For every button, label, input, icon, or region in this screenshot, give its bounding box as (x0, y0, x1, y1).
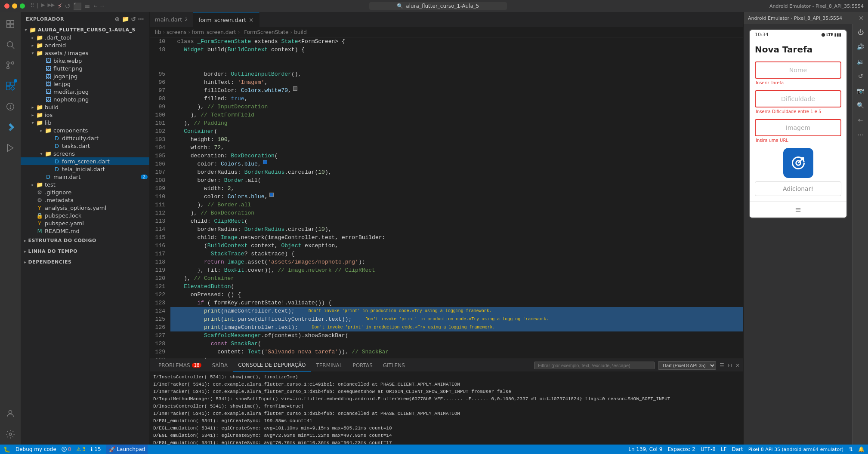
emulator-tool-zoom[interactable]: 🔍 (854, 99, 867, 112)
close-button[interactable] (4, 3, 9, 9)
tree-item-build[interactable]: ▸ 📁 build (21, 103, 149, 111)
tree-item-nophoto[interactable]: 🖼 nophoto.png (21, 95, 149, 103)
maximize-button[interactable] (20, 3, 25, 9)
tree-item-lib[interactable]: ▾ 📁 lib (21, 119, 149, 126)
tree-root-folder[interactable]: ▾ 📁 ALURA_FLUTTER_CURSO_1-AULA_5 (21, 26, 149, 34)
tree-item-ler[interactable]: 🖼 ler.jpg (21, 80, 149, 88)
activity-search[interactable] (0, 34, 21, 55)
timeline-section[interactable]: ▸ LINHA DO TEMPO (21, 246, 149, 257)
tree-item-jogar[interactable]: 🖼 jogar.jpg (21, 72, 149, 80)
back-button[interactable]: ← (93, 3, 97, 9)
status-info[interactable]: ℹ 15 (91, 446, 101, 452)
emulator-tool-volume-down[interactable]: 🔉 (854, 55, 867, 68)
breadcrumb-build[interactable]: build (294, 29, 307, 35)
activity-source-control[interactable] (0, 55, 21, 76)
tree-item-tasks[interactable]: D tasks.dart (21, 142, 149, 150)
tree-item-android[interactable]: ▸ 📁 android (21, 41, 149, 49)
tree-item-flutter[interactable]: 🖼 flutter.png (21, 64, 149, 72)
status-debug-label[interactable]: Debug my code (15, 446, 56, 452)
terminal-tab-gitlens[interactable]: GITLENS (378, 359, 410, 372)
emulator-tool-more[interactable]: ⋯ (854, 128, 867, 141)
phone-battery-icon: ▮▮▮ (834, 32, 841, 37)
activity-extensions[interactable] (0, 76, 21, 96)
status-line-ending[interactable]: LF (721, 446, 727, 452)
phone-add-button[interactable]: Adicionar! (755, 181, 841, 196)
breadcrumb-form-screen[interactable]: form_screen.dart (192, 29, 236, 35)
activity-run[interactable] (0, 138, 21, 158)
tree-item-analysis[interactable]: Y analysis_options.yaml (21, 204, 149, 212)
activity-debug[interactable] (0, 96, 21, 117)
tree-item-test[interactable]: ▸ 📁 test (21, 181, 149, 188)
emulator-close-button[interactable]: ✕ (859, 15, 864, 21)
tree-item-gitignore[interactable]: ⚙ .gitignore (21, 188, 149, 196)
status-encoding[interactable]: UTF-8 (701, 446, 716, 452)
tree-item-main-dart[interactable]: D main.dart 2 (21, 173, 149, 181)
status-device[interactable]: Pixel 8 API 35 (android-arm64 emulator) (748, 447, 843, 452)
tree-item-meditar[interactable]: 🖼 meditar.jpeg (21, 88, 149, 95)
phone-imagem-field[interactable]: Imagem (755, 119, 841, 136)
activity-accounts[interactable] (0, 403, 21, 424)
minimize-button[interactable] (12, 3, 17, 9)
terminal-list-view-icon[interactable]: ☰ (720, 362, 724, 368)
status-launchpad[interactable]: 🚀 Launchpad (106, 445, 148, 454)
tree-item-ios[interactable]: ▸ 📁 ios (21, 111, 149, 119)
terminal-filter-input[interactable] (534, 362, 655, 369)
status-line[interactable]: Ln 139, Col 9 (628, 446, 662, 452)
emulator-tool-screenshot[interactable]: 📷 (854, 84, 867, 97)
terminal-tab-console[interactable]: CONSOLE DE DEPURAÇÃO (233, 359, 311, 372)
terminal-tab-saida[interactable]: SAÍDA (207, 359, 233, 372)
emulator-tool-rotate[interactable]: ↺ (854, 70, 867, 83)
emulator-tool-back[interactable]: ← (854, 114, 867, 126)
code-area[interactable]: class _FormScreenState extends State<For… (170, 37, 743, 359)
terminal-tab-portas[interactable]: PORTAS (347, 359, 377, 372)
window-controls[interactable] (4, 3, 25, 9)
new-file-icon[interactable]: ⊕ (115, 15, 120, 22)
status-bell-icon[interactable]: 🔔 (858, 446, 865, 452)
breadcrumb-form-screen-state[interactable]: _FormScreenState (241, 29, 288, 35)
activity-settings[interactable] (0, 424, 21, 445)
tree-item-pubspec-lock[interactable]: 🔒 pubspec.lock (21, 212, 149, 219)
tab-form-screen-close[interactable]: × (249, 17, 254, 23)
tree-item-tela-inicial[interactable]: D tela_inicial.dart (21, 165, 149, 173)
breadcrumb-lib[interactable]: lib (155, 29, 161, 35)
terminal-tab-problems[interactable]: PROBLEMAS 18 (153, 359, 207, 372)
new-folder-icon[interactable]: 📁 (122, 15, 130, 22)
emulator-tool-volume-up[interactable]: 🔊 (854, 40, 867, 53)
activity-explorer[interactable] (0, 14, 21, 34)
refresh-icon[interactable]: ↺ (131, 15, 136, 22)
tree-item-screens[interactable]: ▾ 📁 screens (21, 150, 149, 157)
tab-form-screen[interactable]: form_screen.dart × (193, 12, 259, 27)
terminal-split-icon[interactable]: ⊡ (728, 362, 732, 368)
terminal-close-icon[interactable]: ✕ (735, 362, 740, 368)
status-warnings[interactable]: ⚠ 3 (76, 446, 85, 452)
forward-button[interactable]: → (100, 3, 104, 9)
sidebar-title-actions[interactable]: ⊕ 📁 ↺ ⋯ (115, 15, 144, 22)
tree-item-dart-tool[interactable]: ▸ 📁 .dart_tool (21, 34, 149, 41)
activity-flutter[interactable] (0, 117, 21, 138)
emulator-tool-power[interactable]: ⏻ (854, 26, 867, 39)
status-language[interactable]: Dart (732, 446, 743, 452)
global-search[interactable]: 🔍 alura_flutter_curso_1-Aula_5 (369, 2, 507, 10)
tree-item-assets[interactable]: ▾ 📁 assets / images (21, 49, 149, 57)
tree-item-bike[interactable]: 🖼 bike.webp (21, 57, 149, 64)
terminal-tab-terminal[interactable]: TERMINAL (311, 359, 347, 372)
status-spaces[interactable]: Espaços: 2 (667, 446, 695, 452)
code-structure-section[interactable]: ▸ ESTRUTURA DO CÓDIGO (21, 235, 149, 246)
tree-item-form-screen[interactable]: D form_screen.dart (21, 157, 149, 165)
status-sync-icon[interactable]: ⇅ (849, 446, 853, 452)
tree-item-components[interactable]: ▸ 📁 components (21, 126, 149, 134)
breadcrumb-screens[interactable]: screens (167, 29, 186, 35)
tree-item-metadata[interactable]: ⚙ .metadata (21, 196, 149, 204)
terminal-dart-select[interactable]: Dart (Pixel 8 API 35) (658, 361, 716, 370)
tab-main-dart[interactable]: main.dart 2 (150, 12, 193, 27)
tree-item-difficulty[interactable]: D difficulty.dart (21, 134, 149, 142)
search-area[interactable]: 🔍 alura_flutter_curso_1-Aula_5 (107, 2, 769, 10)
tree-item-pubspec-yaml[interactable]: Y pubspec.yaml (21, 219, 149, 227)
tree-item-readme[interactable]: M README.md (21, 227, 149, 235)
phone-dificuldade-field[interactable]: Dificuldade (755, 90, 841, 107)
nav-controls[interactable]: ⠿ | ▶ ▶▶ ⚡ ↺ ⬛ ≡ (30, 2, 90, 10)
dependencies-section[interactable]: ▸ DEPENDENCIES (21, 257, 149, 267)
collapse-icon[interactable]: ⋯ (138, 15, 145, 22)
phone-nome-field[interactable]: Nome (755, 61, 841, 79)
status-errors[interactable]: ✕ 0 (62, 446, 71, 452)
